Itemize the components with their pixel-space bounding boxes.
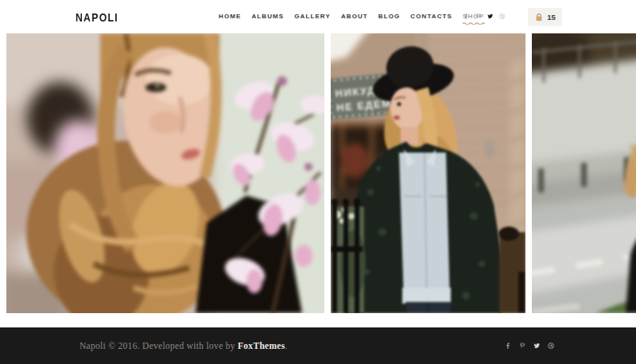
footer-copyright: Napoli © 2016. Developed with love by Fo… <box>80 341 288 350</box>
gallery-photo-woman-in-hat[interactable]: НИКУДА НЕ ЕДЕМ <box>331 33 525 313</box>
cart-count: 15 <box>547 13 556 21</box>
footer-copyright-suffix: . <box>285 341 288 350</box>
street-image <box>532 33 636 313</box>
nav-item-blog[interactable]: BLOG <box>378 13 401 20</box>
shopping-bag-icon <box>534 13 544 22</box>
shop-active-underline-icon <box>463 21 485 25</box>
site-logo[interactable]: NAPOLI <box>76 10 118 24</box>
pinterest-icon[interactable] <box>475 13 482 20</box>
nav-item-home[interactable]: HOME <box>219 13 241 20</box>
pinterest-icon[interactable] <box>518 342 526 350</box>
site-footer: Napoli © 2016. Developed with love by Fo… <box>0 327 636 364</box>
dribbble-icon[interactable] <box>498 13 506 20</box>
nav-item-albums[interactable]: ALBUMS <box>251 13 284 20</box>
facebook-icon[interactable] <box>463 13 470 20</box>
gallery-photo-street[interactable] <box>532 33 636 313</box>
twitter-icon[interactable] <box>533 342 541 350</box>
woman-in-hat-image: НИКУДА НЕ ЕДЕМ <box>331 33 525 313</box>
main-nav: HOME ALBUMS GALLERY ABOUT BLOG CONTACTS … <box>219 13 484 20</box>
nav-item-contacts[interactable]: CONTACTS <box>410 13 452 20</box>
footer-copyright-text: Napoli © 2016. Developed with love by <box>80 341 238 350</box>
nav-item-gallery[interactable]: GALLERY <box>294 13 331 20</box>
header-social <box>463 13 506 20</box>
footer-brand-link[interactable]: FoxThemes <box>238 341 285 350</box>
facebook-icon[interactable] <box>504 342 512 350</box>
cart-button[interactable]: 15 <box>528 8 562 26</box>
site-header: NAPOLI HOME ALBUMS GALLERY ABOUT BLOG CO… <box>0 0 636 33</box>
nav-item-about[interactable]: ABOUT <box>341 13 368 20</box>
footer-social <box>504 342 555 350</box>
dribbble-icon[interactable] <box>547 342 555 350</box>
twitter-icon[interactable] <box>487 13 494 20</box>
portrait-magnolia-image <box>6 33 324 313</box>
gallery-photo-portrait-magnolia[interactable] <box>6 33 324 313</box>
photo-gallery: НИКУДА НЕ ЕДЕМ <box>6 33 636 313</box>
